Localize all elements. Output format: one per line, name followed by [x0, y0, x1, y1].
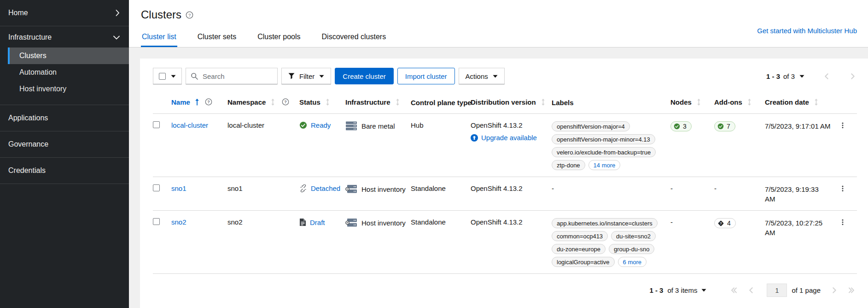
infrastructure-label: Bare metal — [361, 122, 395, 130]
row-checkbox[interactable] — [153, 184, 160, 191]
filter-dropdown[interactable]: Filter — [281, 68, 331, 84]
sort-icon[interactable] — [325, 99, 331, 107]
addons-badge[interactable]: ?4 — [714, 218, 736, 228]
bottom-pagination-of: of 3 items — [667, 286, 697, 294]
sort-icon[interactable] — [270, 99, 276, 107]
sort-icon[interactable] — [696, 99, 702, 107]
table-row: local-clusterlocal-clusterReadyBare meta… — [153, 114, 857, 177]
label-pill: openshiftVersion-major=4 — [552, 121, 630, 131]
clusters-card: Filter Create cluster Import cluster Act… — [140, 59, 868, 308]
addons-badge[interactable]: 7 — [714, 121, 735, 131]
tab-bar: Cluster list Cluster sets Cluster pools … — [141, 28, 857, 47]
row-checkbox[interactable] — [153, 121, 160, 128]
addons-empty: - — [714, 184, 717, 192]
help-icon[interactable]: ? — [282, 98, 289, 107]
upgrade-icon — [471, 134, 478, 142]
cluster-name-link[interactable]: local-cluster — [171, 121, 208, 129]
cluster-status-link[interactable]: Ready — [311, 121, 331, 129]
create-cluster-button[interactable]: Create cluster — [335, 68, 393, 84]
nodes-empty: - — [670, 184, 673, 192]
sidebar-item-credentials[interactable]: Credentials — [0, 158, 129, 184]
header-checkbox-cell — [153, 95, 171, 114]
host-inventory-icon — [345, 218, 357, 227]
labels-more-link[interactable]: 6 more — [618, 257, 647, 267]
upgrade-available-link[interactable]: Upgrade available — [481, 134, 537, 142]
prev-page-button[interactable] — [823, 73, 830, 80]
creation-date: AM — [765, 228, 834, 237]
get-started-link[interactable]: Get started with Multicluster Hub — [757, 27, 857, 35]
cluster-table-body: local-clusterlocal-clusterReadyBare meta… — [153, 114, 857, 274]
sidebar-item-governance[interactable]: Governance — [0, 131, 129, 158]
distribution-version: OpenShift 4.13.2 — [471, 184, 548, 192]
sidebar-item-host-inventory[interactable]: Host inventory — [8, 81, 129, 97]
cluster-name-link[interactable]: sno1 — [171, 184, 186, 192]
actions-dropdown[interactable]: Actions — [459, 68, 505, 84]
kebab-menu-button[interactable] — [838, 184, 848, 194]
help-icon[interactable]: ? — [186, 11, 193, 19]
cluster-status-link[interactable]: Detached — [311, 184, 340, 192]
search-input[interactable] — [202, 72, 273, 81]
last-page-button[interactable] — [848, 287, 855, 294]
prev-page-button[interactable] — [748, 287, 755, 294]
badge-check-icon — [674, 123, 680, 130]
column-header-nodes[interactable]: Nodes — [670, 95, 714, 114]
bottom-pagination: 1 - 3 of 3 items 1 of 1 page — [153, 275, 857, 308]
distribution-version: OpenShift 4.13.2 — [471, 121, 548, 129]
kebab-menu-button[interactable] — [838, 218, 848, 228]
svg-text:?: ? — [720, 221, 722, 225]
next-page-button[interactable] — [831, 287, 838, 294]
nodes-count: 3 — [683, 123, 687, 130]
sort-icon[interactable] — [395, 99, 401, 107]
sidebar-item-automation[interactable]: Automation — [8, 64, 129, 81]
search-box — [186, 68, 278, 84]
column-header-name[interactable]: Name? — [171, 95, 227, 114]
creation-date: AM — [765, 194, 834, 204]
labels-more-link[interactable]: 14 more — [588, 160, 621, 170]
control-plane-type: Standalone — [411, 184, 446, 192]
column-header-labels: Labels — [552, 95, 670, 114]
page-header: Clusters ? Get started with Multicluster… — [129, 0, 868, 47]
pagination-options-toggle[interactable] — [701, 289, 706, 292]
sidebar-item-credentials-label: Credentials — [8, 166, 46, 175]
column-header-status[interactable]: Status — [299, 95, 345, 114]
cluster-namespace: sno1 — [227, 184, 243, 192]
table-row: sno2sno2DraftHost inventoryStandaloneOpe… — [153, 211, 857, 274]
creation-date: 7/5/2023, 9:19:33 — [765, 184, 834, 194]
sidebar-item-applications[interactable]: Applications — [0, 105, 129, 131]
kebab-menu-button[interactable] — [838, 121, 848, 131]
column-header-namespace[interactable]: Namespace? — [227, 95, 299, 114]
next-page-button[interactable] — [849, 73, 856, 80]
sidebar-item-governance-label: Governance — [8, 140, 48, 148]
help-icon[interactable]: ? — [205, 98, 212, 107]
current-page-input[interactable]: 1 — [767, 284, 787, 297]
import-cluster-button[interactable]: Import cluster — [397, 68, 455, 84]
nodes-badge[interactable]: 3 — [670, 121, 692, 131]
sidebar-item-infrastructure[interactable]: Infrastructure — [0, 26, 129, 47]
sidebar-item-home[interactable]: Home — [0, 0, 129, 26]
filter-label: Filter — [299, 72, 315, 80]
column-header-addons[interactable]: Add-ons — [714, 95, 765, 114]
column-header-distribution-version[interactable]: Distribution version — [471, 95, 552, 114]
tab-cluster-pools[interactable]: Cluster pools — [256, 28, 301, 47]
label-pill: velero.io/exclude-from-backup=true — [552, 147, 656, 157]
bulk-select-checkbox[interactable] — [159, 73, 166, 80]
row-checkbox[interactable] — [153, 218, 160, 225]
sort-icon[interactable] — [540, 99, 546, 107]
column-header-creation-date[interactable]: Creation date — [765, 95, 838, 114]
cluster-name-link[interactable]: sno2 — [171, 218, 186, 226]
infrastructure-label: Host inventory — [361, 185, 406, 193]
bulk-select-dropdown[interactable] — [153, 68, 182, 84]
cluster-status-link[interactable]: Draft — [310, 219, 325, 226]
pagination-options-toggle[interactable] — [799, 75, 804, 78]
tab-cluster-sets[interactable]: Cluster sets — [197, 28, 237, 47]
sort-asc-icon[interactable] — [194, 99, 200, 107]
sidebar-item-infrastructure-label: Infrastructure — [8, 33, 52, 41]
column-header-infrastructure[interactable]: Infrastructure — [345, 95, 411, 114]
first-page-button[interactable] — [730, 287, 738, 294]
sort-icon[interactable] — [813, 99, 819, 107]
sort-icon[interactable] — [746, 99, 752, 107]
tab-discovered-clusters[interactable]: Discovered clusters — [321, 28, 387, 47]
toolbar: Filter Create cluster Import cluster Act… — [153, 68, 857, 84]
sidebar-item-clusters[interactable]: Clusters — [8, 47, 129, 64]
tab-cluster-list[interactable]: Cluster list — [141, 28, 177, 47]
